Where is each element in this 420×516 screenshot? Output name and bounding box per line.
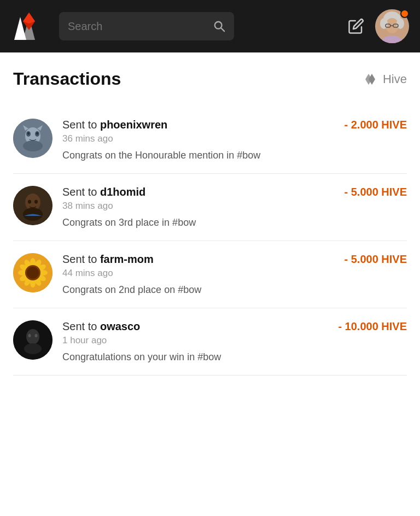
- user-avatar-container[interactable]: [375, 9, 409, 43]
- transaction-details: Sent to farm-mom - 5.000 HIVE 44 mins ag…: [62, 253, 407, 296]
- svg-point-21: [23, 140, 43, 151]
- compose-button[interactable]: [348, 18, 364, 34]
- transaction-amount: - 10.000 HIVE: [338, 320, 407, 333]
- svg-point-47: [26, 329, 39, 344]
- transaction-top: Sent to farm-mom - 5.000 HIVE: [62, 253, 407, 266]
- page-header: Transactions Hive: [13, 69, 407, 89]
- transaction-time: 36 mins ago: [62, 133, 407, 144]
- transaction-memo: Congratulations on your win in #bow: [62, 351, 407, 363]
- transaction-top: Sent to d1homid - 5.000 HIVE: [62, 186, 407, 198]
- recipient-name: phoenixwren: [100, 119, 167, 131]
- transaction-details: Sent to phoenixwren - 2.000 HIVE 36 mins…: [62, 119, 407, 161]
- search-button[interactable]: [213, 20, 225, 32]
- svg-marker-3: [23, 13, 35, 24]
- app-header: [0, 0, 420, 52]
- svg-point-45: [27, 267, 39, 279]
- hive-icon: [361, 72, 378, 87]
- transaction-time: 1 hour ago: [62, 335, 407, 346]
- search-bar[interactable]: [59, 12, 234, 40]
- svg-line-5: [221, 28, 224, 31]
- sender-avatar: [13, 253, 52, 292]
- transaction-item: Sent to phoenixwren - 2.000 HIVE 36 mins…: [13, 107, 407, 174]
- app-logo[interactable]: [11, 7, 50, 46]
- transaction-amount: - 5.000 HIVE: [344, 186, 407, 198]
- svg-point-49: [28, 334, 31, 337]
- transaction-amount: - 2.000 HIVE: [344, 119, 407, 131]
- page-title: Transactions: [13, 69, 121, 89]
- currency-label: Hive: [383, 72, 407, 86]
- main-content: Transactions Hive: [0, 52, 420, 392]
- transaction-title: Sent to d1homid: [62, 186, 145, 198]
- transaction-details: Sent to owasco - 10.000 HIVE 1 hour ago …: [62, 320, 407, 363]
- recipient-name: d1homid: [100, 186, 145, 198]
- transaction-top: Sent to owasco - 10.000 HIVE: [62, 320, 407, 333]
- transaction-title: Sent to phoenixwren: [62, 119, 167, 131]
- svg-point-50: [35, 334, 38, 337]
- transaction-memo: Congrats on 3rd place in #bow: [62, 217, 407, 228]
- transaction-item: Sent to owasco - 10.000 HIVE 1 hour ago …: [13, 308, 407, 376]
- transaction-title: Sent to farm-mom: [62, 253, 154, 266]
- sender-avatar: [13, 186, 52, 225]
- svg-point-22: [27, 132, 30, 135]
- svg-point-29: [28, 200, 31, 204]
- sender-avatar: [13, 119, 52, 158]
- recipient-name: farm-mom: [100, 253, 154, 265]
- svg-point-30: [34, 200, 38, 204]
- transaction-item: Sent to farm-mom - 5.000 HIVE 44 mins ag…: [13, 241, 407, 308]
- search-icon: [213, 20, 225, 32]
- transaction-top: Sent to phoenixwren - 2.000 HIVE: [62, 119, 407, 131]
- transaction-memo: Congrats on 2nd place on #bow: [62, 284, 407, 296]
- notification-badge: [400, 9, 409, 18]
- sender-avatar: [13, 320, 52, 360]
- pencil-icon: [348, 18, 364, 34]
- svg-point-48: [24, 343, 42, 354]
- svg-point-23: [36, 132, 38, 135]
- currency-badge: Hive: [361, 72, 407, 87]
- transaction-memo: Congrats on the Honourable mention in #b…: [62, 150, 407, 161]
- transaction-time: 38 mins ago: [62, 201, 407, 212]
- transaction-title: Sent to owasco: [62, 320, 140, 333]
- search-input[interactable]: [68, 20, 209, 33]
- transaction-amount: - 5.000 HIVE: [344, 253, 407, 266]
- transaction-item: Sent to d1homid - 5.000 HIVE 38 mins ago…: [13, 174, 407, 241]
- transaction-time: 44 mins ago: [62, 268, 407, 279]
- transaction-list: Sent to phoenixwren - 2.000 HIVE 36 mins…: [13, 107, 407, 376]
- recipient-name: owasco: [100, 320, 140, 332]
- transaction-details: Sent to d1homid - 5.000 HIVE 38 mins ago…: [62, 186, 407, 228]
- header-actions: [348, 9, 409, 43]
